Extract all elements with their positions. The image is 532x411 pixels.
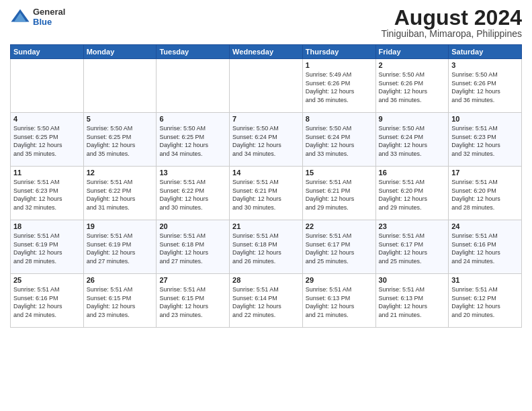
calendar-cell: 17Sunrise: 5:51 AM Sunset: 6:20 PM Dayli… [449, 167, 522, 220]
calendar-cell: 11Sunrise: 5:51 AM Sunset: 6:23 PM Dayli… [11, 167, 84, 220]
day-number: 15 [306, 169, 373, 177]
day-number: 7 [232, 115, 300, 123]
calendar-cell: 1Sunrise: 5:49 AM Sunset: 6:26 PM Daylig… [302, 59, 375, 113]
calendar-cell: 26Sunrise: 5:51 AM Sunset: 6:15 PM Dayli… [83, 274, 157, 328]
day-info: Sunrise: 5:51 AM Sunset: 6:13 PM Dayligh… [379, 285, 446, 319]
day-info: Sunrise: 5:50 AM Sunset: 6:24 PM Dayligh… [232, 124, 300, 158]
day-info: Sunrise: 5:50 AM Sunset: 6:25 PM Dayligh… [159, 124, 226, 158]
day-number: 18 [13, 222, 81, 230]
calendar-cell: 30Sunrise: 5:51 AM Sunset: 6:13 PM Dayli… [375, 274, 449, 328]
day-number: 24 [451, 222, 519, 230]
calendar-cell: 15Sunrise: 5:51 AM Sunset: 6:21 PM Dayli… [302, 167, 375, 220]
day-number: 3 [451, 61, 519, 69]
logo-blue: Blue [33, 17, 65, 27]
header-wednesday: Wednesday [230, 45, 303, 59]
day-info: Sunrise: 5:50 AM Sunset: 6:26 PM Dayligh… [379, 71, 446, 104]
day-info: Sunrise: 5:51 AM Sunset: 6:17 PM Dayligh… [379, 232, 446, 265]
day-info: Sunrise: 5:51 AM Sunset: 6:18 PM Dayligh… [159, 232, 226, 265]
day-number: 9 [379, 115, 446, 123]
calendar-cell: 5Sunrise: 5:50 AM Sunset: 6:25 PM Daylig… [83, 113, 157, 167]
calendar-cell: 25Sunrise: 5:51 AM Sunset: 6:16 PM Dayli… [11, 274, 84, 328]
day-info: Sunrise: 5:51 AM Sunset: 6:13 PM Dayligh… [306, 285, 373, 319]
logo-general: General [33, 7, 65, 17]
day-info: Sunrise: 5:50 AM Sunset: 6:24 PM Dayligh… [379, 124, 446, 158]
day-info: Sunrise: 5:51 AM Sunset: 6:16 PM Dayligh… [13, 285, 81, 319]
calendar-cell: 3Sunrise: 5:50 AM Sunset: 6:26 PM Daylig… [449, 59, 522, 113]
day-number: 30 [379, 276, 446, 284]
calendar-cell: 10Sunrise: 5:51 AM Sunset: 6:23 PM Dayli… [449, 113, 522, 167]
day-number: 1 [306, 61, 373, 69]
day-number: 16 [379, 169, 446, 177]
calendar-cell: 14Sunrise: 5:51 AM Sunset: 6:21 PM Dayli… [230, 167, 303, 220]
day-number: 26 [87, 276, 154, 284]
calendar-cell: 19Sunrise: 5:51 AM Sunset: 6:19 PM Dayli… [83, 220, 157, 274]
day-number: 10 [451, 115, 519, 123]
calendar-cell [11, 59, 84, 113]
day-number: 31 [451, 276, 519, 284]
calendar-cell: 22Sunrise: 5:51 AM Sunset: 6:17 PM Dayli… [302, 220, 375, 274]
calendar-cell: 13Sunrise: 5:51 AM Sunset: 6:22 PM Dayli… [157, 167, 230, 220]
header-thursday: Thursday [302, 45, 375, 59]
day-number: 14 [232, 169, 300, 177]
header-sunday: Sunday [11, 45, 84, 59]
day-info: Sunrise: 5:51 AM Sunset: 6:18 PM Dayligh… [232, 232, 300, 265]
day-number: 12 [87, 169, 154, 177]
calendar-table: Sunday Monday Tuesday Wednesday Thursday… [10, 44, 522, 328]
day-info: Sunrise: 5:51 AM Sunset: 6:19 PM Dayligh… [13, 232, 81, 265]
day-info: Sunrise: 5:50 AM Sunset: 6:26 PM Dayligh… [451, 71, 519, 104]
calendar-week-row: 11Sunrise: 5:51 AM Sunset: 6:23 PM Dayli… [11, 167, 522, 220]
header: General Blue August 2024 Tiniguiban, Mim… [10, 7, 522, 39]
day-info: Sunrise: 5:51 AM Sunset: 6:12 PM Dayligh… [451, 285, 519, 319]
day-number: 4 [13, 115, 81, 123]
calendar-cell: 2Sunrise: 5:50 AM Sunset: 6:26 PM Daylig… [375, 59, 449, 113]
title-block: August 2024 Tiniguiban, Mimaropa, Philip… [381, 7, 522, 39]
logo-icon [10, 7, 30, 27]
day-number: 13 [159, 169, 226, 177]
day-info: Sunrise: 5:51 AM Sunset: 6:14 PM Dayligh… [232, 285, 300, 319]
day-info: Sunrise: 5:51 AM Sunset: 6:19 PM Dayligh… [87, 232, 154, 265]
calendar-cell [230, 59, 303, 113]
calendar-cell: 24Sunrise: 5:51 AM Sunset: 6:16 PM Dayli… [449, 220, 522, 274]
calendar-cell: 18Sunrise: 5:51 AM Sunset: 6:19 PM Dayli… [11, 220, 84, 274]
calendar-week-row: 25Sunrise: 5:51 AM Sunset: 6:16 PM Dayli… [11, 274, 522, 328]
calendar-cell [157, 59, 230, 113]
logo: General Blue [10, 7, 65, 27]
day-number: 6 [159, 115, 226, 123]
day-info: Sunrise: 5:51 AM Sunset: 6:20 PM Dayligh… [379, 178, 446, 212]
calendar-title: August 2024 [381, 7, 522, 28]
day-info: Sunrise: 5:49 AM Sunset: 6:26 PM Dayligh… [306, 71, 373, 104]
day-info: Sunrise: 5:51 AM Sunset: 6:22 PM Dayligh… [87, 178, 154, 212]
calendar-cell: 7Sunrise: 5:50 AM Sunset: 6:24 PM Daylig… [230, 113, 303, 167]
calendar-cell: 6Sunrise: 5:50 AM Sunset: 6:25 PM Daylig… [157, 113, 230, 167]
header-monday: Monday [83, 45, 157, 59]
day-number: 28 [232, 276, 300, 284]
day-number: 8 [306, 115, 373, 123]
day-info: Sunrise: 5:50 AM Sunset: 6:25 PM Dayligh… [13, 124, 81, 158]
day-number: 5 [87, 115, 154, 123]
calendar-cell: 28Sunrise: 5:51 AM Sunset: 6:14 PM Dayli… [230, 274, 303, 328]
calendar-cell: 16Sunrise: 5:51 AM Sunset: 6:20 PM Dayli… [375, 167, 449, 220]
logo-text: General Blue [33, 7, 65, 27]
header-saturday: Saturday [449, 45, 522, 59]
page: General Blue August 2024 Tiniguiban, Mim… [0, 0, 532, 411]
weekday-header-row: Sunday Monday Tuesday Wednesday Thursday… [11, 45, 522, 59]
day-info: Sunrise: 5:51 AM Sunset: 6:21 PM Dayligh… [306, 178, 373, 212]
day-info: Sunrise: 5:50 AM Sunset: 6:24 PM Dayligh… [306, 124, 373, 158]
day-number: 27 [159, 276, 226, 284]
day-info: Sunrise: 5:51 AM Sunset: 6:20 PM Dayligh… [451, 178, 519, 212]
calendar-cell: 9Sunrise: 5:50 AM Sunset: 6:24 PM Daylig… [375, 113, 449, 167]
day-number: 25 [13, 276, 81, 284]
calendar-cell [83, 59, 157, 113]
calendar-cell: 12Sunrise: 5:51 AM Sunset: 6:22 PM Dayli… [83, 167, 157, 220]
day-info: Sunrise: 5:51 AM Sunset: 6:23 PM Dayligh… [13, 178, 81, 212]
day-info: Sunrise: 5:51 AM Sunset: 6:22 PM Dayligh… [159, 178, 226, 212]
calendar-cell: 4Sunrise: 5:50 AM Sunset: 6:25 PM Daylig… [11, 113, 84, 167]
day-info: Sunrise: 5:51 AM Sunset: 6:21 PM Dayligh… [232, 178, 300, 212]
calendar-subtitle: Tiniguiban, Mimaropa, Philippines [381, 28, 522, 39]
calendar-week-row: 18Sunrise: 5:51 AM Sunset: 6:19 PM Dayli… [11, 220, 522, 274]
calendar-cell: 23Sunrise: 5:51 AM Sunset: 6:17 PM Dayli… [375, 220, 449, 274]
day-number: 21 [232, 222, 300, 230]
day-info: Sunrise: 5:50 AM Sunset: 6:25 PM Dayligh… [87, 124, 154, 158]
day-info: Sunrise: 5:51 AM Sunset: 6:16 PM Dayligh… [451, 232, 519, 265]
day-info: Sunrise: 5:51 AM Sunset: 6:15 PM Dayligh… [87, 285, 154, 319]
